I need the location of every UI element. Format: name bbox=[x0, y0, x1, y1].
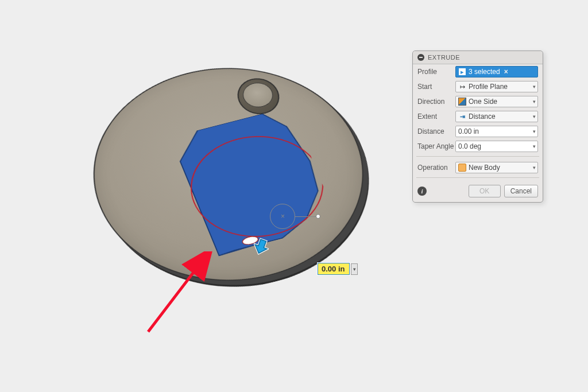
extent-dropdown[interactable]: Distance ▾ bbox=[455, 111, 538, 122]
label-extent: Extent bbox=[417, 112, 455, 121]
label-start: Start bbox=[417, 83, 455, 91]
start-dropdown[interactable]: Profile Plane ▾ bbox=[455, 81, 538, 92]
inline-distance-input[interactable]: 0.00 in ▾ bbox=[318, 263, 358, 275]
chevron-down-icon: ▾ bbox=[533, 165, 536, 170]
one-side-icon bbox=[458, 98, 466, 106]
label-operation: Operation bbox=[417, 164, 455, 172]
panel-title: EXTRUDE bbox=[428, 54, 460, 61]
chevron-down-icon: ▾ bbox=[533, 143, 536, 149]
chevron-down-icon: ▾ bbox=[533, 84, 536, 90]
info-icon[interactable]: i bbox=[417, 187, 427, 196]
row-start: Start Profile Plane ▾ bbox=[413, 79, 543, 94]
direction-arrow-icon[interactable] bbox=[254, 238, 269, 255]
start-value: Profile Plane bbox=[469, 83, 508, 91]
distance-input[interactable]: 0.00 in ▾ bbox=[455, 126, 538, 137]
row-direction: Direction One Side ▾ bbox=[413, 94, 543, 109]
taper-value: 0.0 deg bbox=[458, 142, 481, 150]
extrude-panel[interactable]: EXTRUDE Profile ▸ 3 selected × Start Pro… bbox=[412, 51, 543, 203]
label-direction: Direction bbox=[417, 98, 455, 106]
chevron-down-icon: ▾ bbox=[533, 114, 536, 119]
inline-distance-stepper[interactable]: ▾ bbox=[351, 263, 358, 275]
label-distance: Distance bbox=[417, 127, 455, 135]
svg-line-2 bbox=[148, 269, 196, 332]
direction-dropdown[interactable]: One Side ▾ bbox=[455, 96, 538, 107]
cancel-button[interactable]: Cancel bbox=[504, 185, 538, 197]
collapse-icon[interactable] bbox=[417, 54, 424, 61]
row-distance: Distance 0.00 in ▾ bbox=[413, 124, 543, 139]
label-taper: Taper Angle bbox=[417, 142, 455, 150]
direction-value: One Side bbox=[469, 98, 497, 106]
new-body-icon bbox=[458, 164, 466, 172]
row-operation: Operation New Body ▾ bbox=[413, 160, 543, 175]
profile-plane-icon bbox=[458, 83, 466, 91]
manipulator-center-icon: × bbox=[281, 212, 285, 220]
cursor-select-icon: ▸ bbox=[458, 68, 466, 76]
row-profile: Profile ▸ 3 selected × bbox=[413, 64, 543, 79]
label-profile: Profile bbox=[417, 68, 455, 76]
profile-count: 3 selected bbox=[469, 68, 500, 76]
ok-button[interactable]: OK bbox=[469, 185, 501, 197]
panel-divider bbox=[416, 177, 539, 178]
chevron-down-icon: ▾ bbox=[533, 99, 536, 104]
manipulator-handle[interactable] bbox=[316, 214, 320, 219]
taper-input[interactable]: 0.0 deg ▾ bbox=[455, 141, 538, 152]
profile-selection[interactable]: ▸ 3 selected × bbox=[455, 66, 538, 77]
operation-value: New Body bbox=[469, 164, 500, 172]
distance-value: 0.00 in bbox=[458, 127, 479, 135]
clear-selection-button[interactable]: × bbox=[502, 68, 510, 76]
panel-header[interactable]: EXTRUDE bbox=[413, 51, 543, 64]
extrude-manipulator[interactable]: × bbox=[270, 204, 316, 238]
inline-distance-field[interactable]: 0.00 in bbox=[318, 263, 350, 275]
annotation-arrow bbox=[137, 251, 229, 343]
operation-dropdown[interactable]: New Body ▾ bbox=[455, 162, 538, 173]
extent-value: Distance bbox=[469, 112, 496, 121]
row-taper: Taper Angle 0.0 deg ▾ bbox=[413, 139, 543, 154]
panel-divider bbox=[416, 156, 539, 157]
panel-footer: i OK Cancel bbox=[413, 181, 543, 199]
manipulator-axis[interactable] bbox=[295, 216, 318, 217]
row-extent: Extent Distance ▾ bbox=[413, 109, 543, 124]
chevron-down-icon: ▾ bbox=[533, 129, 536, 134]
model-body-disc[interactable] bbox=[59, 37, 419, 329]
distance-icon bbox=[458, 112, 466, 121]
